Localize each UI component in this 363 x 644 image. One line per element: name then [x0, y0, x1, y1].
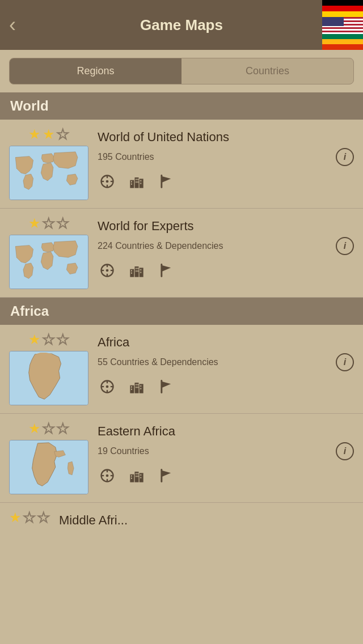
svg-rect-54: [140, 385, 141, 387]
svg-rect-72: [137, 476, 138, 477]
star-3: ★: [57, 217, 69, 230]
map-item-right: Eastern Africa 19 Countries i: [98, 422, 354, 485]
svg-rect-68: [131, 478, 132, 479]
star-2: ★: [43, 217, 55, 230]
city-button[interactable]: [127, 466, 146, 485]
map-thumbnail-world-experts[interactable]: [9, 235, 88, 289]
map-actions: [98, 466, 354, 485]
city-button[interactable]: [127, 261, 146, 280]
list-item: ★ ★ ★ Eastern Africa 19 Countries i: [0, 414, 363, 503]
info-button[interactable]: i: [336, 148, 354, 166]
tab-regions[interactable]: Regions: [10, 58, 182, 84]
list-item: ★ ★ ★ Africa 55 Countries & Dependencies…: [0, 325, 363, 414]
map-item-right: World for Experts 224 Countries & Depend…: [98, 217, 354, 280]
star-1: ★: [9, 511, 22, 524]
svg-rect-66: [140, 473, 143, 482]
svg-rect-55: [140, 388, 141, 389]
svg-rect-30: [131, 273, 132, 274]
map-item-left-partial: ★ ★ ★: [9, 511, 50, 524]
svg-rect-12: [136, 179, 137, 180]
svg-rect-35: [140, 269, 141, 270]
crosshair-button[interactable]: [98, 377, 117, 396]
page-title: Game Maps: [140, 16, 223, 34]
star-1: ★: [28, 217, 41, 230]
map-name-partial: Middle Afri...: [59, 513, 354, 528]
svg-rect-31: [136, 268, 137, 269]
stars-africa: ★ ★ ★: [28, 333, 69, 346]
section-africa-label: Africa: [10, 303, 49, 319]
svg-rect-15: [137, 181, 138, 183]
map-thumbnail-eastern-africa[interactable]: [9, 440, 88, 494]
flag-button[interactable]: [157, 466, 176, 485]
star-3: ★: [37, 511, 50, 524]
svg-rect-36: [140, 272, 141, 273]
svg-point-2: [106, 180, 109, 183]
map-thumbnail-world-un[interactable]: [9, 146, 88, 200]
star-2: ★: [23, 511, 36, 524]
map-actions: [98, 377, 354, 396]
flag-button[interactable]: [157, 261, 176, 280]
svg-rect-17: [140, 183, 141, 184]
svg-point-40: [106, 385, 109, 388]
svg-rect-16: [140, 180, 141, 181]
stars-world-experts: ★ ★ ★: [28, 217, 69, 230]
star-2: ★: [43, 422, 55, 435]
list-item: ★ ★ ★ World for Experts 224 Countries & …: [0, 209, 363, 298]
svg-rect-49: [131, 389, 132, 390]
stars-world-un: ★ ★ ★: [28, 128, 69, 141]
star-3: ★: [57, 128, 69, 141]
star-3: ★: [57, 422, 69, 435]
svg-rect-74: [140, 477, 141, 478]
map-item-right-partial: Middle Afri...: [59, 511, 354, 531]
stars-partial: ★ ★ ★: [9, 511, 50, 524]
map-item-left: ★ ★ ★: [9, 333, 88, 405]
map-actions: [98, 172, 354, 191]
star-3: ★: [57, 333, 69, 346]
tab-group: Regions Countries: [9, 58, 354, 84]
map-item-left: ★ ★ ★: [9, 128, 88, 200]
svg-rect-13: [137, 179, 138, 180]
city-button[interactable]: [127, 172, 146, 191]
svg-rect-28: [140, 268, 143, 277]
crosshair-button[interactable]: [98, 172, 117, 191]
crosshair-button[interactable]: [98, 466, 117, 485]
svg-rect-50: [136, 384, 137, 385]
svg-rect-52: [136, 387, 137, 388]
svg-rect-73: [140, 474, 141, 476]
map-thumbnail-africa[interactable]: [9, 351, 88, 405]
crosshair-button[interactable]: [98, 261, 117, 280]
map-count: 19 Countries: [98, 446, 149, 456]
svg-rect-11: [131, 184, 132, 185]
city-button[interactable]: [127, 377, 146, 396]
tabs-container: Regions Countries: [0, 50, 363, 92]
info-button[interactable]: i: [336, 353, 354, 371]
section-africa: Africa: [0, 298, 363, 325]
section-world: World: [0, 92, 363, 120]
svg-rect-10: [131, 181, 132, 182]
map-count: 224 Countries & Dependencies: [98, 241, 223, 251]
svg-rect-34: [137, 270, 138, 272]
star-1: ★: [28, 128, 41, 141]
star-1: ★: [28, 422, 41, 435]
map-item-right: World of United Nations 195 Countries i: [98, 128, 354, 191]
map-count-row: 224 Countries & Dependencies i: [98, 237, 354, 255]
back-button[interactable]: ‹: [9, 15, 16, 35]
svg-rect-69: [136, 473, 137, 474]
list-item-partial: ★ ★ ★ Middle Afri...: [0, 503, 363, 537]
map-count-row: 19 Countries i: [98, 442, 354, 460]
map-name: Africa: [98, 335, 354, 350]
map-name: World for Experts: [98, 219, 354, 234]
svg-rect-53: [137, 387, 138, 388]
flag-button[interactable]: [157, 172, 176, 191]
app-header: ‹ Game Maps: [0, 0, 363, 50]
svg-point-59: [106, 474, 109, 477]
map-name: World of United Nations: [98, 130, 354, 145]
svg-rect-14: [136, 181, 137, 183]
flag-decoration: [322, 0, 363, 50]
info-button[interactable]: i: [336, 442, 354, 460]
list-item: ★ ★ ★ World of United N: [0, 120, 363, 209]
tab-countries[interactable]: Countries: [182, 58, 353, 84]
flag-button[interactable]: [157, 377, 176, 396]
info-button[interactable]: i: [336, 237, 354, 255]
stars-eastern-africa: ★ ★ ★: [28, 422, 69, 435]
